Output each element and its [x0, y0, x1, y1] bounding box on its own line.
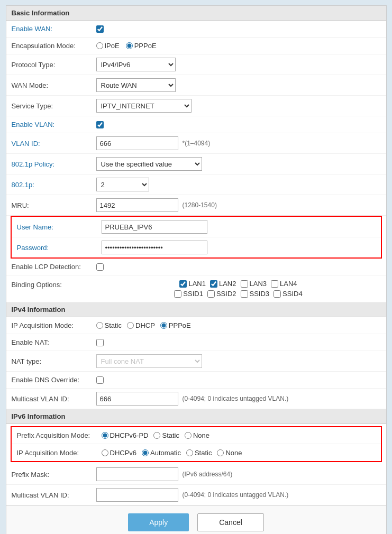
pppoe-ipv4-option[interactable]: PPPoE [160, 321, 191, 329]
enable-vlan-control [96, 121, 381, 128]
mru-control: (1280-1540) [96, 198, 381, 212]
ipoe-radio[interactable] [96, 42, 103, 49]
encapsulation-row: Encapsulation Mode: IPoE PPPoE [6, 38, 386, 54]
dhcpv6pd-option[interactable]: DHCPv6-PD [102, 431, 149, 439]
service-type-control: IPTV_INTERNET [96, 99, 381, 113]
prefix-none-option[interactable]: None [185, 431, 209, 439]
wan-mode-label: WAN Mode: [12, 81, 96, 89]
binding-lan-line: LAN1 LAN2 LAN3 LAN4 [179, 280, 297, 288]
lan1-option[interactable]: LAN1 [179, 280, 206, 288]
binding-label: Binding Options: [12, 280, 96, 289]
ssid3-option[interactable]: SSID3 [241, 290, 270, 298]
static-option[interactable]: Static [96, 321, 122, 329]
dns-override-row: Enable DNS Override: [6, 372, 386, 389]
lan4-checkbox[interactable] [271, 280, 278, 288]
ssid4-checkbox[interactable] [274, 290, 281, 298]
protocol-label: Protocol Type: [12, 61, 96, 69]
pppoe-option[interactable]: PPPoE [126, 42, 157, 50]
vlan-id-label: VLAN ID: [12, 140, 96, 148]
protocol-select[interactable]: IPv4/IPv6 [96, 58, 176, 71]
prefix-static-radio[interactable] [153, 432, 160, 439]
footer-row: Apply Cancel [6, 505, 386, 534]
ipv6-multicast-label: Multicast VLAN ID: [12, 491, 96, 499]
enable-wan-row: Enable WAN: [6, 21, 386, 38]
ipv4-info-header: IPv4 Information [6, 302, 386, 317]
p802-row: 802.1p: 2 [6, 174, 386, 195]
service-type-select[interactable]: IPTV_INTERNET [96, 99, 192, 113]
mru-hint: (1280-1540) [183, 201, 217, 209]
automatic-option[interactable]: Automatic [142, 449, 181, 457]
enable-nat-control [96, 339, 381, 346]
enable-nat-checkbox[interactable] [96, 339, 104, 346]
credentials-section: User Name: Password: [11, 216, 382, 259]
ipv4-acq-label: IP Acquisition Mode: [12, 321, 96, 329]
apply-button[interactable]: Apply [128, 513, 189, 531]
ipv6-info-header: IPv6 Information [6, 409, 386, 424]
prefix-mask-input[interactable] [96, 467, 178, 481]
ssid3-checkbox[interactable] [241, 290, 248, 298]
basic-info-header: Basic Information [6, 6, 386, 21]
nat-type-row: NAT type: Full cone NAT [6, 351, 386, 372]
prefix-mask-hint: (IPv6 address/64) [183, 471, 233, 478]
ipoe-option[interactable]: IPoE [96, 42, 120, 50]
ssid2-option[interactable]: SSID2 [207, 290, 236, 298]
dhcpv6-radio[interactable] [102, 449, 108, 456]
ipv6-static-radio[interactable] [186, 449, 193, 456]
enable-wan-checkbox[interactable] [96, 25, 104, 33]
password-label: Password: [17, 244, 102, 252]
vlan-id-input[interactable] [96, 136, 178, 150]
ipv6-acq-control: DHCPv6 Automatic Static None [102, 449, 376, 457]
lan2-checkbox[interactable] [210, 280, 217, 288]
pppoe-ipv4-radio[interactable] [160, 322, 167, 329]
ipv6-none-radio[interactable] [217, 449, 224, 456]
ipv4-multicast-hint: (0-4094; 0 indicates untagged VLAN.) [183, 395, 289, 402]
policy-802-select[interactable]: Use the specified value [96, 157, 202, 171]
automatic-radio[interactable] [142, 449, 149, 456]
cancel-button[interactable]: Cancel [197, 513, 264, 531]
nat-type-select[interactable]: Full cone NAT [96, 354, 202, 368]
prefix-mask-control: (IPv6 address/64) [96, 467, 381, 481]
dhcp-option[interactable]: DHCP [127, 321, 155, 329]
dhcp-radio[interactable] [127, 322, 134, 329]
lan3-checkbox[interactable] [241, 280, 248, 288]
lcp-row: Enable LCP Detection: [6, 259, 386, 275]
username-input[interactable] [102, 220, 207, 234]
dhcpv6-option[interactable]: DHCPv6 [102, 449, 137, 457]
ipv6-static-option[interactable]: Static [186, 449, 212, 457]
lan2-option[interactable]: LAN2 [210, 280, 236, 288]
dns-override-control [96, 376, 381, 384]
pppoe-radio[interactable] [126, 42, 133, 49]
lan4-option[interactable]: LAN4 [271, 280, 297, 288]
password-input[interactable] [102, 241, 207, 254]
prefix-static-option[interactable]: Static [153, 431, 179, 439]
protocol-type-row: Protocol Type: IPv4/IPv6 [6, 54, 386, 75]
main-form: Basic Information Enable WAN: Encapsulat… [6, 5, 387, 534]
ipv6-none-option[interactable]: None [217, 449, 242, 457]
encapsulation-label: Encapsulation Mode: [12, 42, 96, 50]
prefix-mask-label: Prefix Mask: [12, 471, 96, 478]
enable-vlan-checkbox[interactable] [96, 121, 104, 128]
p802-select[interactable]: 2 [96, 178, 149, 191]
encapsulation-control: IPoE PPPoE [96, 42, 381, 50]
ssid4-option[interactable]: SSID4 [274, 290, 303, 298]
ssid1-checkbox[interactable] [174, 290, 181, 298]
ipv4-multicast-input[interactable] [96, 392, 178, 406]
ssid2-checkbox[interactable] [207, 290, 215, 298]
dhcpv6pd-radio[interactable] [102, 432, 108, 439]
mru-input[interactable] [96, 198, 178, 212]
ssid1-option[interactable]: SSID1 [174, 290, 203, 298]
p802-label: 802.1p: [12, 181, 96, 189]
lcp-label: Enable LCP Detection: [12, 263, 96, 271]
wan-mode-select[interactable]: Route WAN [96, 78, 176, 92]
lcp-checkbox[interactable] [96, 263, 104, 271]
dns-override-checkbox[interactable] [96, 376, 104, 384]
vlan-id-control: *(1–4094) [96, 136, 381, 150]
static-radio[interactable] [96, 322, 103, 329]
username-control [102, 220, 376, 234]
lan3-option[interactable]: LAN3 [241, 280, 267, 288]
prefix-none-radio[interactable] [185, 432, 192, 439]
p802-control: 2 [96, 178, 381, 191]
lan1-checkbox[interactable] [179, 280, 187, 288]
ipv6-multicast-input[interactable] [96, 488, 178, 502]
wan-mode-control: Route WAN [96, 78, 381, 92]
